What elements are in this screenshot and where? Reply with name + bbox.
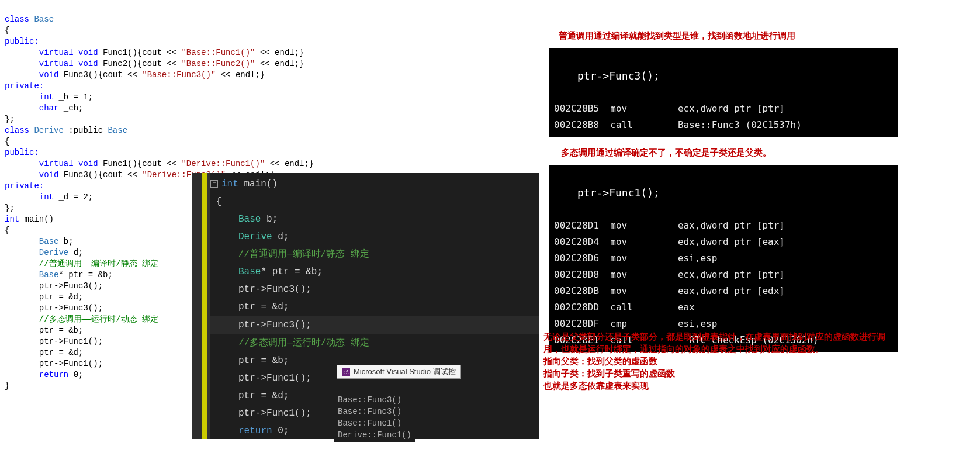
- asm-panel-func3: ptr->Func3(); 002C28B5 mov ecx,dword ptr…: [549, 48, 898, 137]
- vs-tooltip: C\Microsoft Visual Studio 调试控: [337, 365, 461, 379]
- annot-poly-call: 多态调用通过编译确定不了，不确定是子类还是父类。: [561, 146, 888, 158]
- console-output: Base::Func3() Base::Func3() Base::Func1(…: [334, 381, 415, 442]
- collapse-icon[interactable]: −: [210, 180, 218, 188]
- class-base: Base: [34, 15, 54, 24]
- asm-panel-func1: ptr->Func1(); 002C28D1 mov eax,dword ptr…: [549, 165, 898, 352]
- current-line: ptr->Func3();: [210, 316, 539, 334]
- annot-static-call: 普通调用通过编译就能找到类型是谁，找到函数地址进行调用: [559, 29, 886, 42]
- kw-public: public:: [5, 37, 39, 46]
- comment-dynamic: //多态调用——运行时/动态 绑定: [39, 315, 158, 324]
- class-derive: Derive: [34, 126, 63, 135]
- annot-explanation: 无论是父类部分还是子类部分，都是取到虚表指针，在虚表里面找到对应的虚函数进行调用…: [543, 330, 900, 392]
- kw-class: class: [5, 15, 34, 24]
- comment-static: //普通调用——编译时/静态 绑定: [39, 259, 158, 268]
- vs-icon: C\: [342, 368, 350, 376]
- kw-private: private:: [5, 81, 44, 91]
